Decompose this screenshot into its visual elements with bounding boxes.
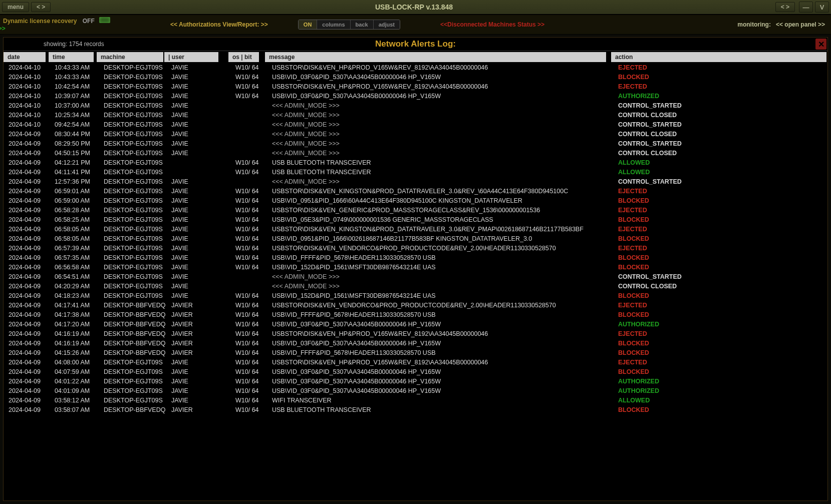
cell-user: JAVIE — [168, 273, 223, 280]
tab-on[interactable]: ON — [299, 20, 318, 29]
table-row[interactable]: 2024-04-0908:30:44 PMDESKTOP-EGJT09SJAVI… — [6, 129, 825, 139]
tab-columns[interactable]: columns — [317, 20, 350, 29]
cell-date: 2024-04-09 — [6, 245, 49, 252]
cell-machine: DESKTOP-EGJT09S — [101, 74, 168, 81]
cell-machine: DESKTOP-EGJT09S — [101, 359, 168, 366]
cell-os: W10/ 64 — [232, 207, 264, 214]
table-row[interactable]: 2024-04-0904:08:00 AMDESKTOP-EGJT09SJAVI… — [6, 357, 825, 367]
col-os[interactable]: os | bit — [228, 52, 260, 62]
cell-user: JAVIE — [168, 74, 223, 81]
cell-os: W10/ 64 — [232, 74, 264, 81]
cell-os: W10/ 64 — [232, 330, 264, 337]
table-row[interactable]: 2024-04-0904:20:29 AMDESKTOP-EGJT09SJAVI… — [6, 281, 825, 291]
cell-action: EJECTED — [615, 226, 825, 233]
col-message[interactable]: message — [265, 52, 607, 62]
cell-user: JAVIE — [168, 216, 223, 223]
table-row[interactable]: 2024-04-0904:01:09 AMDESKTOP-EGJT09SJAVI… — [6, 386, 825, 395]
cell-machine: DESKTOP-BBFVEDQ — [101, 330, 168, 337]
table-row[interactable]: 2024-04-0906:54:51 AMDESKTOP-EGJT09SJAVI… — [6, 272, 825, 281]
log-header: showing: 1754 records Network Alerts Log… — [4, 38, 827, 51]
table-row[interactable]: 2024-04-0906:57:35 AMDESKTOP-EGJT09SJAVI… — [6, 253, 825, 262]
col-machine[interactable]: machine — [97, 52, 164, 62]
cell-date: 2024-04-09 — [6, 311, 49, 318]
minimize-button[interactable]: — — [799, 2, 813, 13]
cell-machine: DESKTOP-EGJT09S — [101, 112, 168, 119]
cell-action: ALLOWED — [615, 159, 825, 166]
cell-machine: DESKTOP-EGJT09S — [101, 397, 168, 404]
authorizations-view-label[interactable]: << Authorizations View/Report: >> — [170, 21, 268, 28]
table-row[interactable]: 2024-04-0904:17:20 AMDESKTOP-BBFVEDQJAVI… — [6, 319, 825, 329]
table-row[interactable]: 2024-04-0912:57:36 PMDESKTOP-EGJT09SJAVI… — [6, 177, 825, 186]
table-row[interactable]: 2024-04-1009:42:54 AMDESKTOP-EGJT09SJAVI… — [6, 120, 825, 129]
table-row[interactable]: 2024-04-1010:39:07 AMDESKTOP-EGJT09SJAVI… — [6, 91, 825, 101]
cell-machine: DESKTOP-BBFVEDQ — [101, 302, 168, 309]
nav-buttons-right[interactable]: < > — [775, 2, 795, 12]
cell-date: 2024-04-09 — [6, 226, 49, 233]
table-row[interactable]: 2024-04-0904:16:19 AMDESKTOP-BBFVEDQJAVI… — [6, 329, 825, 338]
cell-message: <<< ADMIN_MODE >>> — [269, 121, 611, 128]
table-row[interactable]: 2024-04-0904:17:41 AMDESKTOP-BBFVEDQJAVI… — [6, 300, 825, 310]
status-led-icon — [99, 17, 110, 23]
table-row[interactable]: 2024-04-0904:17:38 AMDESKTOP-BBFVEDQJAVI… — [6, 310, 825, 319]
cell-user: JAVIE — [168, 102, 223, 109]
cell-user: JAVIER — [168, 340, 223, 347]
cell-os: W10/ 64 — [232, 245, 264, 252]
cell-date: 2024-04-09 — [6, 254, 49, 261]
cell-user: JAVIE — [168, 378, 223, 385]
table-row[interactable]: 2024-04-0906:59:00 AMDESKTOP-EGJT09SJAVI… — [6, 196, 825, 205]
table-row[interactable]: 2024-04-0906:58:05 AMDESKTOP-EGJT09SJAVI… — [6, 234, 825, 243]
cell-message: USB\VID_03F0&PID_5307\AA34045B00000046 H… — [269, 378, 611, 385]
table-row[interactable]: 2024-04-1010:37:00 AMDESKTOP-EGJT09SJAVI… — [6, 101, 825, 110]
cell-machine: DESKTOP-EGJT09S — [101, 283, 168, 290]
table-row[interactable]: 2024-04-0903:58:07 AMDESKTOP-BBFVEDQJAVI… — [6, 405, 825, 414]
cell-date: 2024-04-09 — [6, 264, 49, 271]
table-row[interactable]: 2024-04-0903:58:12 AMDESKTOP-EGJT09SJAVI… — [6, 395, 825, 405]
close-button[interactable]: ✕ — [815, 39, 826, 50]
table-row[interactable]: 2024-04-1010:42:54 AMDESKTOP-EGJT09SJAVI… — [6, 82, 825, 91]
col-user[interactable]: | user — [164, 52, 219, 62]
table-row[interactable]: 2024-04-0904:18:23 AMDESKTOP-EGJT09SJAVI… — [6, 291, 825, 300]
cell-message: USB\VID_152D&PID_1561\MSFT30DB9876543214… — [269, 264, 611, 271]
col-time[interactable]: time — [49, 52, 95, 62]
email-alerts-state: <<ok>> — [0, 25, 6, 32]
table-row[interactable]: 2024-04-1010:43:33 AMDESKTOP-EGJT09SJAVI… — [6, 63, 825, 72]
cell-date: 2024-04-09 — [6, 207, 49, 214]
table-row[interactable]: 2024-04-0904:12:21 PMDESKTOP-EGJT09SW10/… — [6, 158, 825, 167]
table-row[interactable]: 2024-04-0906:56:58 AMDESKTOP-EGJT09SJAVI… — [6, 262, 825, 272]
col-date[interactable]: date — [4, 52, 47, 62]
table-row[interactable]: 2024-04-0904:50:15 PMDESKTOP-EGJT09SJAVI… — [6, 148, 825, 158]
menu-button[interactable]: menu — [2, 2, 29, 12]
col-action[interactable]: action — [611, 52, 827, 62]
table-row[interactable]: 2024-04-0904:16:19 AMDESKTOP-BBFVEDQJAVI… — [6, 338, 825, 348]
table-row[interactable]: 2024-04-0908:29:50 PMDESKTOP-EGJT09SJAVI… — [6, 139, 825, 148]
cell-machine: DESKTOP-BBFVEDQ — [101, 406, 168, 413]
table-row[interactable]: 2024-04-0904:15:26 AMDESKTOP-BBFVEDQJAVI… — [6, 348, 825, 357]
table-row[interactable]: 2024-04-0906:58:25 AMDESKTOP-EGJT09SJAVI… — [6, 215, 825, 224]
table-row[interactable]: 2024-04-1010:43:33 AMDESKTOP-EGJT09SJAVI… — [6, 72, 825, 82]
table-row[interactable]: 2024-04-0906:58:28 AMDESKTOP-EGJT09SJAVI… — [6, 205, 825, 215]
cell-machine: DESKTOP-EGJT09S — [101, 140, 168, 147]
v-button[interactable]: V — [815, 2, 829, 13]
table-row[interactable]: 2024-04-0906:59:01 AMDESKTOP-EGJT09SJAVI… — [6, 186, 825, 196]
disconnected-status-label[interactable]: <<Disconnected Machines Status >> — [440, 21, 544, 28]
table-row[interactable]: 2024-04-0906:57:39 AMDESKTOP-EGJT09SJAVI… — [6, 243, 825, 253]
nav-buttons[interactable]: < > — [31, 2, 51, 12]
cell-date: 2024-04-09 — [6, 283, 49, 290]
table-row[interactable]: 2024-04-0904:07:59 AMDESKTOP-EGJT09SJAVI… — [6, 367, 825, 376]
cell-message: USB\VID_FFFF&PID_5678\HEADER113033052857… — [269, 311, 611, 318]
tab-adjust[interactable]: adjust — [374, 20, 400, 29]
open-panel-link[interactable]: << open panel >> — [776, 21, 825, 28]
cell-machine: DESKTOP-EGJT09S — [101, 216, 168, 223]
column-headers: date time machine | user os | bit messag… — [4, 52, 827, 62]
cell-os: W10/ 64 — [232, 254, 264, 261]
cell-message: USB BLUETOOTH TRANSCEIVER — [269, 159, 611, 166]
table-row[interactable]: 2024-04-1010:25:34 AMDESKTOP-EGJT09SJAVI… — [6, 110, 825, 120]
cell-date: 2024-04-09 — [6, 321, 49, 328]
table-row[interactable]: 2024-04-0906:58:05 AMDESKTOP-EGJT09SJAVI… — [6, 224, 825, 234]
tab-back[interactable]: back — [351, 20, 374, 29]
cell-date: 2024-04-09 — [6, 178, 49, 185]
table-row[interactable]: 2024-04-0904:01:22 AMDESKTOP-EGJT09SJAVI… — [6, 376, 825, 386]
log-rows[interactable]: 2024-04-1010:43:33 AMDESKTOP-EGJT09SJAVI… — [6, 63, 825, 498]
cell-action: CONTROL_STARTED — [615, 102, 825, 109]
table-row[interactable]: 2024-04-0904:11:41 PMDESKTOP-EGJT09SW10/… — [6, 167, 825, 177]
